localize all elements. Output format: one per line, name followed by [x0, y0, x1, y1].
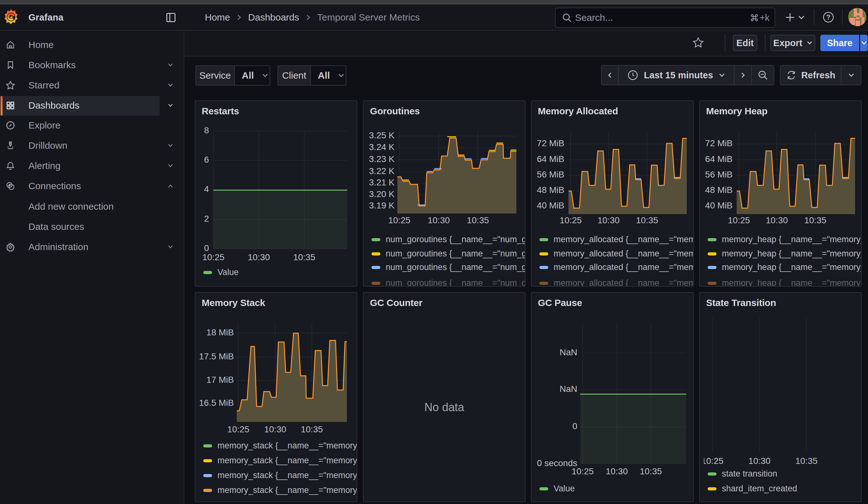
svg-text:6: 6: [204, 155, 209, 165]
svg-text:memory_heap {__name__="memory_: memory_heap {__name__="memory_heap"}: [722, 263, 861, 272]
svg-text:10:35: 10:35: [293, 252, 315, 262]
svg-text:0: 0: [204, 243, 209, 253]
svg-text:3.25 K: 3.25 K: [369, 131, 394, 140]
svg-text:10:25: 10:25: [572, 466, 594, 476]
svg-text:shard_item_created: shard_item_created: [722, 484, 797, 493]
svg-text:64 MiB: 64 MiB: [705, 154, 733, 164]
svg-text:18 MiB: 18 MiB: [206, 328, 234, 337]
svg-text:num_goroutines {__name__="num_: num_goroutines {__name__="num_goroutines…: [386, 235, 525, 244]
svg-text:10:25: 10:25: [701, 456, 723, 466]
svg-text:64 MiB: 64 MiB: [537, 154, 564, 164]
svg-text:NaN: NaN: [560, 384, 577, 394]
svg-text:10:25: 10:25: [227, 424, 249, 434]
svg-text:48 MiB: 48 MiB: [705, 185, 733, 195]
svg-text:10:30: 10:30: [748, 456, 771, 466]
svg-text:17 MiB: 17 MiB: [206, 375, 234, 384]
svg-text:4: 4: [204, 184, 209, 194]
svg-text:56 MiB: 56 MiB: [705, 169, 733, 179]
svg-text:num_goroutines {__name__="num_: num_goroutines {__name__="num_goroutines…: [386, 278, 525, 286]
svg-text:72 MiB: 72 MiB: [705, 138, 733, 148]
svg-text:10:35: 10:35: [636, 215, 658, 225]
svg-text:10:30: 10:30: [598, 215, 620, 225]
svg-text:10:30: 10:30: [248, 252, 270, 262]
svg-text:Value: Value: [554, 484, 575, 493]
svg-text:48 MiB: 48 MiB: [537, 185, 564, 195]
svg-text:10:30: 10:30: [428, 215, 450, 225]
svg-text:16.5 MiB: 16.5 MiB: [199, 398, 234, 408]
svg-text:17.5 MiB: 17.5 MiB: [199, 351, 234, 361]
svg-text:Value: Value: [217, 267, 239, 277]
svg-text:10:35: 10:35: [795, 456, 817, 466]
svg-text:10:30: 10:30: [606, 466, 628, 476]
svg-text:0: 0: [572, 421, 577, 431]
svg-text:memory_allocated {__name__="me: memory_allocated {__name__="memory_alloc…: [554, 278, 693, 286]
svg-text:72 MiB: 72 MiB: [537, 138, 564, 148]
svg-text:memory_stack {__name__="memory: memory_stack {__name__="memory_stack"}: [217, 471, 356, 480]
svg-text:3.21 K: 3.21 K: [369, 177, 394, 187]
svg-text:memory_allocated {__name__="me: memory_allocated {__name__="memory_alloc…: [554, 263, 693, 272]
svg-text:3.19 K: 3.19 K: [369, 200, 394, 210]
svg-text:40 MiB: 40 MiB: [537, 200, 564, 210]
svg-text:10:25: 10:25: [560, 215, 582, 225]
svg-text:memory_allocated {__name__="me: memory_allocated {__name__="memory_alloc…: [554, 235, 693, 244]
svg-text:10:25: 10:25: [728, 215, 750, 225]
svg-text:8: 8: [204, 125, 209, 135]
svg-text:10:30: 10:30: [264, 424, 286, 434]
svg-text:0 seconds: 0 seconds: [537, 458, 577, 468]
svg-text:num_goroutines {__name__="num_: num_goroutines {__name__="num_goroutines…: [386, 263, 525, 272]
svg-text:memory_stack {__name__="memory: memory_stack {__name__="memory_stack"}: [217, 485, 356, 495]
svg-text:2: 2: [204, 214, 209, 224]
svg-text:10:35: 10:35: [467, 215, 489, 225]
svg-text:memory_heap {__name__="memory_: memory_heap {__name__="memory_heap"}: [722, 278, 861, 286]
svg-text:3.23 K: 3.23 K: [369, 154, 394, 164]
svg-text:memory_heap {__name__="memory_: memory_heap {__name__="memory_heap"}: [722, 235, 861, 244]
svg-text:3.24 K: 3.24 K: [369, 142, 394, 152]
svg-text:NaN: NaN: [560, 347, 577, 357]
svg-text:40 MiB: 40 MiB: [705, 200, 733, 210]
svg-text:10:30: 10:30: [766, 215, 788, 225]
svg-text:?: ?: [826, 13, 830, 21]
svg-text:memory_heap {__name__="memory_: memory_heap {__name__="memory_heap"}: [722, 249, 861, 258]
svg-text:3.22 K: 3.22 K: [369, 166, 394, 176]
svg-text:10:35: 10:35: [804, 215, 826, 225]
svg-text:10:35: 10:35: [640, 466, 662, 476]
svg-text:state transition: state transition: [722, 469, 777, 479]
svg-text:memory_allocated {__name__="me: memory_allocated {__name__="memory_alloc…: [554, 249, 693, 258]
svg-text:num_goroutines {__name__="num_: num_goroutines {__name__="num_goroutines…: [386, 249, 525, 258]
svg-text:memory_stack {__name__="memory: memory_stack {__name__="memory_stack"}: [217, 441, 356, 450]
svg-text:3.20 K: 3.20 K: [369, 189, 394, 199]
svg-text:56 MiB: 56 MiB: [537, 169, 564, 179]
svg-text:10:25: 10:25: [388, 215, 410, 225]
svg-text:memory_stack {__name__="memory: memory_stack {__name__="memory_stack"}: [217, 456, 356, 465]
svg-text:10:35: 10:35: [301, 424, 323, 434]
svg-text:10:25: 10:25: [202, 252, 225, 262]
